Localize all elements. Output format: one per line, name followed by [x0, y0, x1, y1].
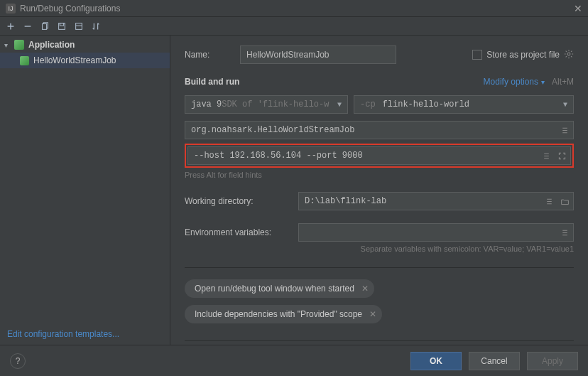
chevron-down-icon: ▾ [4, 41, 14, 49]
name-label: Name: [185, 50, 233, 60]
sort-button[interactable] [88, 18, 104, 34]
footer: ? OK Cancel Apply [0, 345, 588, 376]
program-args-input[interactable] [187, 146, 571, 165]
close-icon[interactable]: ✕ [361, 284, 369, 294]
env-row: Environment variables: [185, 223, 574, 242]
application-run-icon [20, 56, 29, 65]
field-hint: Press Alt for field hints [185, 171, 574, 179]
env-input[interactable] [298, 223, 574, 242]
classpath-selector[interactable]: -cp flink-hello-world ▼ [354, 95, 574, 114]
svg-point-4 [567, 53, 570, 55]
save-button[interactable] [54, 18, 70, 34]
modify-shortcut: Alt+M [552, 77, 574, 87]
pill-open-tool-window: Open run/debug tool window when started … [185, 279, 374, 298]
tree-item-helloworld[interactable]: HelloWorldStreamJob [0, 53, 170, 68]
jdk-dim: SDK of 'flink-hello-w [222, 100, 329, 109]
expand-icon[interactable] [555, 149, 568, 162]
store-label: Store as project file [486, 50, 560, 60]
folder-button[interactable] [71, 18, 87, 34]
close-icon[interactable]: ✕ [369, 309, 376, 319]
working-dir-input[interactable] [298, 192, 574, 210]
main-class-input[interactable] [185, 121, 574, 139]
dialog-window: IJ Run/Debug Configurations ✕ ▾ Applicat… [0, 0, 588, 376]
folder-icon[interactable] [558, 195, 571, 208]
tree-item-label: HelloWorldStreamJob [33, 55, 116, 65]
cp-prefix: -cp [360, 100, 376, 109]
working-dir-label: Working directory: [185, 196, 291, 206]
tree-group-application[interactable]: ▾ Application [0, 37, 170, 53]
pill-provided-scope: Include dependencies with "Provided" sco… [185, 305, 382, 323]
ok-button[interactable]: OK [410, 352, 462, 370]
jdk-selector[interactable]: java 9 SDK of 'flink-hello-w ▼ [185, 95, 348, 114]
separator [185, 340, 574, 341]
program-args-highlight [185, 144, 574, 168]
dialog-title: Run/Debug Configurations [20, 4, 574, 14]
modify-options-link[interactable]: Modify options ▾ [484, 77, 545, 87]
modify-options-label: Modify options [484, 77, 538, 87]
toolbar [0, 17, 588, 36]
help-button[interactable]: ? [10, 353, 26, 369]
pill-label: Include dependencies with "Provided" sco… [195, 309, 362, 319]
jdk-cp-row: java 9 SDK of 'flink-hello-w ▼ -cp flink… [185, 95, 574, 114]
list-icon[interactable] [558, 124, 571, 136]
list-icon[interactable] [558, 226, 571, 239]
store-as-project-file[interactable]: Store as project file [472, 49, 574, 61]
application-type-icon [14, 40, 24, 50]
working-dir-row: Working directory: [185, 192, 574, 210]
chevron-down-icon: ▾ [541, 78, 545, 86]
copy-button[interactable] [37, 18, 53, 34]
config-tree: ▾ Application HelloWorldStreamJob [0, 36, 170, 323]
app-icon: IJ [6, 4, 16, 14]
main-panel: Name: Store as project file Build and ru… [170, 36, 588, 345]
name-row: Name: Store as project file [185, 45, 574, 64]
titlebar: IJ Run/Debug Configurations ✕ [0, 0, 588, 17]
add-button[interactable] [3, 18, 18, 34]
list-icon[interactable] [540, 149, 552, 162]
apply-button[interactable]: Apply [527, 352, 578, 370]
sidebar: ▾ Application HelloWorldStreamJob Edit c… [0, 36, 170, 345]
svg-rect-0 [43, 23, 47, 29]
list-icon[interactable] [543, 195, 555, 208]
close-icon[interactable]: ✕ [574, 3, 582, 14]
name-input[interactable] [240, 45, 396, 64]
edit-templates-link[interactable]: Edit configuration templates... [0, 323, 170, 345]
store-checkbox[interactable] [472, 50, 482, 60]
chevron-down-icon: ▼ [337, 101, 342, 109]
svg-rect-3 [76, 23, 82, 29]
build-and-run-title: Build and run [185, 77, 484, 87]
jdk-value: java 9 [191, 100, 222, 109]
svg-rect-2 [60, 23, 63, 26]
main-class-row [185, 121, 574, 139]
option-pills: Open run/debug tool window when started … [185, 279, 574, 323]
body: ▾ Application HelloWorldStreamJob Edit c… [0, 36, 588, 345]
build-and-run-header: Build and run Modify options ▾ Alt+M [185, 77, 574, 87]
separator [185, 267, 574, 268]
remove-button[interactable] [20, 18, 36, 34]
pill-label: Open run/debug tool window when started [195, 284, 354, 294]
cp-value: flink-hello-world [383, 100, 469, 109]
cancel-button[interactable]: Cancel [469, 352, 520, 370]
gear-icon[interactable] [564, 49, 574, 61]
env-label: Environment variables: [185, 227, 291, 237]
tree-group-label: Application [28, 40, 75, 50]
chevron-down-icon: ▼ [563, 101, 567, 109]
env-hint: Separate variables with semicolon: VAR=v… [185, 245, 574, 253]
